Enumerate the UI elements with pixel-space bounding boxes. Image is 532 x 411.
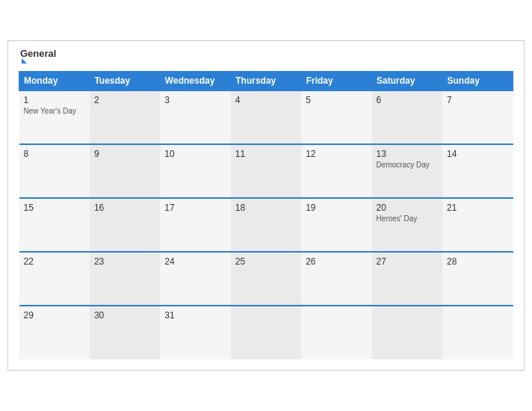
- header-tuesday: Tuesday: [90, 72, 160, 91]
- week-row-2: 8910111213Democracy Day14: [19, 144, 513, 198]
- day-number: 27: [377, 256, 438, 267]
- day-cell: 8: [19, 144, 90, 198]
- header-friday: Friday: [301, 72, 371, 91]
- calendar-table: Monday Tuesday Wednesday Thursday Friday…: [19, 71, 513, 359]
- logo-triangle-icon: [22, 58, 27, 64]
- day-number: 19: [306, 203, 367, 213]
- day-cell: 21: [442, 198, 513, 252]
- day-cell: 24: [160, 252, 230, 306]
- day-number: 26: [306, 256, 367, 267]
- week-row-3: 151617181920Heroes' Day21: [19, 198, 513, 252]
- day-cell: 30: [90, 306, 160, 359]
- day-cell: 20Heroes' Day: [372, 198, 442, 252]
- day-cell: 12: [301, 144, 371, 198]
- day-number: 22: [24, 256, 85, 267]
- day-number: 20: [377, 203, 438, 213]
- day-cell: 14: [442, 144, 513, 198]
- logo-general-text: General: [20, 49, 56, 58]
- day-cell: 10: [160, 144, 230, 198]
- calendar: General Monday Tuesday Wednesday Thursda…: [7, 40, 525, 371]
- day-cell: 3: [160, 90, 230, 144]
- logo-blue-text: [20, 58, 56, 64]
- day-number: 30: [94, 310, 155, 321]
- day-cell: 27: [372, 252, 442, 306]
- holiday-label: New Year's Day: [24, 107, 85, 115]
- header-thursday: Thursday: [231, 72, 301, 91]
- day-number: 23: [94, 256, 155, 267]
- day-number: 18: [235, 203, 297, 213]
- day-cell: 25: [231, 252, 301, 306]
- day-cell: 31: [160, 306, 230, 359]
- day-number: 25: [235, 256, 297, 267]
- holiday-label: Democracy Day: [377, 161, 438, 169]
- day-cell: 15: [19, 198, 90, 252]
- day-number: 15: [24, 203, 85, 213]
- day-number: 8: [24, 149, 85, 159]
- week-row-4: 22232425262728: [19, 252, 513, 306]
- day-cell: 26: [301, 252, 371, 306]
- day-cell: 23: [90, 252, 160, 306]
- header-wednesday: Wednesday: [160, 72, 230, 91]
- day-number: 3: [164, 95, 226, 105]
- day-number: 4: [235, 95, 297, 105]
- day-number: 31: [164, 310, 226, 321]
- day-cell: 7: [442, 90, 513, 144]
- day-number: 5: [306, 95, 367, 105]
- day-number: 1: [24, 95, 85, 105]
- logo: General: [20, 49, 56, 64]
- day-number: 21: [447, 203, 508, 213]
- day-cell: [301, 306, 371, 359]
- day-number: 2: [94, 95, 155, 105]
- day-number: 9: [94, 149, 155, 159]
- day-cell: 2: [90, 90, 160, 144]
- day-number: 16: [94, 203, 155, 213]
- weekday-header-row: Monday Tuesday Wednesday Thursday Friday…: [19, 72, 513, 91]
- day-cell: 28: [442, 252, 513, 306]
- header-sunday: Sunday: [442, 72, 513, 91]
- day-cell: 6: [372, 90, 442, 144]
- day-cell: [442, 306, 513, 359]
- header-saturday: Saturday: [372, 72, 442, 91]
- day-cell: 29: [19, 306, 90, 359]
- day-cell: 17: [160, 198, 230, 252]
- day-cell: 16: [90, 198, 160, 252]
- day-number: 24: [164, 256, 226, 267]
- day-number: 28: [447, 256, 508, 267]
- day-number: 7: [447, 95, 508, 105]
- day-cell: 13Democracy Day: [372, 144, 442, 198]
- day-number: 17: [164, 203, 226, 213]
- day-number: 12: [306, 149, 367, 159]
- week-row-5: 293031: [19, 306, 513, 359]
- day-cell: 22: [19, 252, 90, 306]
- day-cell: 11: [231, 144, 301, 198]
- day-cell: [372, 306, 442, 359]
- day-cell: 4: [231, 90, 301, 144]
- day-number: 29: [24, 310, 85, 321]
- header-monday: Monday: [19, 72, 90, 91]
- day-number: 13: [377, 149, 438, 159]
- day-cell: 18: [231, 198, 301, 252]
- day-cell: 19: [301, 198, 371, 252]
- day-cell: [231, 306, 301, 359]
- day-number: 6: [377, 95, 438, 105]
- holiday-label: Heroes' Day: [377, 214, 438, 223]
- day-cell: 1New Year's Day: [19, 90, 90, 144]
- day-number: 10: [164, 149, 226, 159]
- day-number: 11: [235, 149, 297, 159]
- day-cell: 9: [90, 144, 160, 198]
- day-cell: 5: [301, 90, 371, 144]
- calendar-header: General: [19, 49, 513, 64]
- day-number: 14: [447, 149, 508, 159]
- week-row-1: 1New Year's Day234567: [19, 90, 513, 144]
